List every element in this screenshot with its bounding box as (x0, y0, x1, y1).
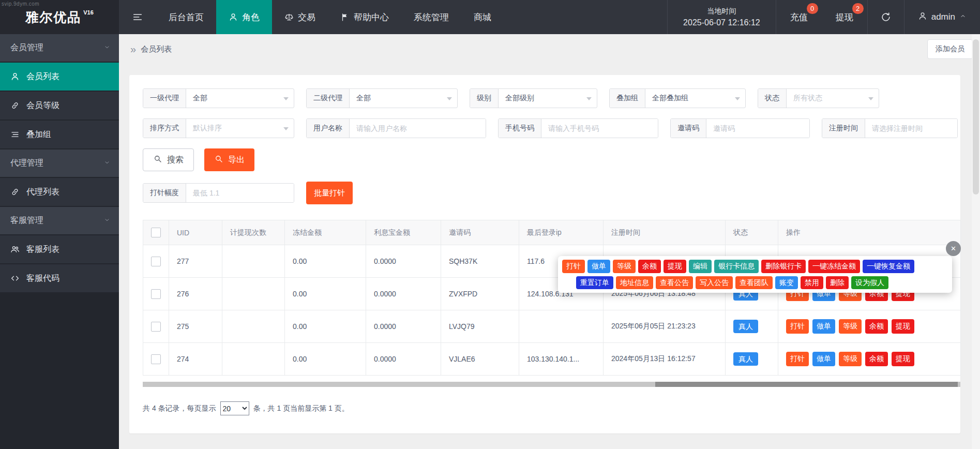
column-header-withdraw-count: 计提现次数 (222, 220, 285, 245)
filter-select-level2-agent[interactable]: 全部 (350, 89, 457, 108)
sidebar-item-agent-list[interactable]: 代理列表 (0, 178, 119, 206)
per-page-select[interactable]: 20 (220, 401, 249, 415)
cell-invite-code: LVJQ79 (441, 310, 519, 343)
needle-range-input[interactable] (186, 184, 294, 202)
popup-action-withdraw-button[interactable]: 提现 (664, 260, 686, 273)
filter-input-invite-code[interactable] (706, 119, 809, 138)
popup-action-address-info-button[interactable]: 地址信息 (616, 276, 653, 290)
horizontal-scrollbar-thumb[interactable] (655, 382, 958, 387)
add-member-button[interactable]: 添加会员 (927, 39, 973, 59)
filter-label-level2-agent: 二级代理 (307, 89, 350, 108)
popup-action-view-notice-button[interactable]: 查看公告 (656, 276, 693, 290)
filter-label-username: 用户名称 (307, 119, 350, 138)
sidebar-item-member-list[interactable]: 会员列表 (0, 63, 119, 91)
cell-uid: 274 (169, 343, 222, 376)
sidebar-group-member-management[interactable]: 会员管理 (0, 34, 119, 62)
local-time-block: 当地时间 2025-06-07 12:16:12 (667, 0, 776, 34)
nav-item-home[interactable]: 后台首页 (156, 0, 216, 34)
sidebar-item-service-list[interactable]: 客服列表 (0, 235, 119, 263)
row-action-balance-button[interactable]: 余额 (865, 352, 888, 366)
filter-value: 全部叠加组 (652, 94, 688, 103)
batch-needle-button[interactable]: 批量打针 (306, 182, 353, 204)
username: admin (931, 12, 955, 22)
export-button-label: 导出 (228, 155, 245, 166)
sidebar-item-overlay-group[interactable]: 叠加组 (0, 121, 119, 148)
sidebar-item-service-code[interactable]: 客服代码 (0, 264, 119, 292)
nav-item-help-center[interactable]: 帮助中心 (328, 0, 401, 34)
horizontal-scrollbar[interactable] (143, 382, 960, 387)
popup-action-account-change-button[interactable]: 账变 (775, 276, 798, 290)
popup-action-restore-all-button[interactable]: 一键恢复金额 (863, 260, 914, 273)
filter-level1-agent: 一级代理全部 (143, 88, 294, 108)
sidebar-group-label: 客服管理 (10, 215, 43, 226)
cell-withdraw-count (222, 310, 285, 343)
sidebar-item-label: 代理列表 (26, 187, 59, 198)
row-checkbox[interactable] (151, 289, 161, 299)
watermark: svip.9dym.com (2, 1, 39, 7)
select-all-checkbox[interactable] (151, 228, 161, 237)
popup-action-freeze-all-button[interactable]: 一键冻结金额 (808, 260, 860, 273)
nav-item-mall[interactable]: 商城 (461, 0, 504, 34)
popup-action-bank-info-button[interactable]: 银行卡信息 (714, 260, 759, 273)
withdraw-button[interactable]: 提现 2 (822, 0, 867, 34)
nav-item-label: 角色 (242, 11, 260, 23)
popup-action-delete-bank-button[interactable]: 删除银行卡 (761, 260, 806, 273)
search-button[interactable]: 搜索 (143, 148, 194, 171)
close-icon[interactable]: ✕ (946, 241, 961, 256)
filter-select-level1-agent[interactable]: 全部 (186, 89, 294, 108)
link-icon (10, 187, 20, 197)
popup-action-level-button[interactable]: 等级 (613, 260, 636, 273)
row-action-level-button[interactable]: 等级 (839, 352, 862, 366)
popup-action-delete-button[interactable]: 删除 (826, 276, 849, 290)
recharge-button[interactable]: 充值 0 (776, 0, 822, 34)
sidebar-group-service-management[interactable]: 客服管理 (0, 207, 119, 234)
row-action-balance-button[interactable]: 余额 (865, 319, 888, 333)
user-menu[interactable]: admin (904, 0, 980, 34)
row-action-make-order-button[interactable]: 做单 (812, 319, 835, 333)
nav-item-trade[interactable]: 交易 (272, 0, 328, 34)
cell-actions: 打针做单等级余额提现 (778, 310, 961, 343)
popup-action-make-order-button[interactable]: 做单 (587, 260, 610, 273)
popup-action-needle-button[interactable]: 打针 (562, 260, 585, 273)
popup-action-disable-button[interactable]: 禁用 (801, 276, 823, 290)
popup-action-view-team-button[interactable]: 查看团队 (735, 276, 773, 290)
row-action-needle-button[interactable]: 打针 (786, 319, 809, 333)
row-action-make-order-button[interactable]: 做单 (812, 352, 835, 366)
nav-item-roles[interactable]: 角色 (216, 0, 272, 34)
nav-item-system[interactable]: 系统管理 (401, 0, 461, 34)
vertical-scrollbar-thumb[interactable] (973, 39, 979, 194)
sidebar-item-member-level[interactable]: 会员等级 (0, 92, 119, 119)
row-action-needle-button[interactable]: 打针 (786, 352, 809, 366)
popup-action-edit-button[interactable]: 编辑 (689, 260, 712, 273)
cell-uid: 277 (169, 245, 222, 278)
filter-invite-code: 邀请码 (670, 118, 810, 138)
row-checkbox[interactable] (151, 322, 161, 332)
popup-action-reset-order-button[interactable]: 重置订单 (576, 276, 613, 290)
filter-input-phone[interactable] (541, 119, 658, 138)
cell-withdraw-count (222, 343, 285, 376)
popup-action-write-notice-button[interactable]: 写入公告 (696, 276, 733, 290)
row-checkbox[interactable] (151, 257, 161, 266)
popup-action-balance-button[interactable]: 余额 (638, 260, 661, 273)
sidebar-group-agent-management[interactable]: 代理管理 (0, 149, 119, 177)
filter-value: 全部 (193, 94, 207, 103)
filter-select-level[interactable]: 全部级别 (499, 89, 597, 108)
column-header-uid: UID (169, 220, 222, 245)
row-action-level-button[interactable]: 等级 (839, 319, 862, 333)
popup-action-set-fake-button[interactable]: 设为假人 (851, 276, 888, 290)
filter-input-reg-time[interactable] (865, 119, 957, 138)
filter-label-level: 级别 (470, 89, 499, 108)
export-button[interactable]: 导出 (204, 148, 254, 171)
filter-select-sort[interactable]: 默认排序 (186, 119, 294, 138)
sidebar-toggle-button[interactable] (119, 0, 156, 34)
refresh-button[interactable] (867, 0, 904, 34)
row-action-withdraw-button[interactable]: 提现 (892, 352, 914, 366)
search-button-row: 搜索 导出 (143, 148, 960, 171)
cell-reg-time: 2024年05月13日 16:12:57 (604, 343, 726, 376)
filter-select-status[interactable]: 所有状态 (787, 89, 879, 108)
filter-select-overlay-group[interactable]: 全部叠加组 (645, 89, 745, 108)
row-checkbox[interactable] (151, 354, 161, 364)
row-action-withdraw-button[interactable]: 提现 (892, 319, 914, 333)
filter-input-username[interactable] (350, 119, 486, 138)
vertical-scrollbar[interactable] (972, 34, 980, 449)
